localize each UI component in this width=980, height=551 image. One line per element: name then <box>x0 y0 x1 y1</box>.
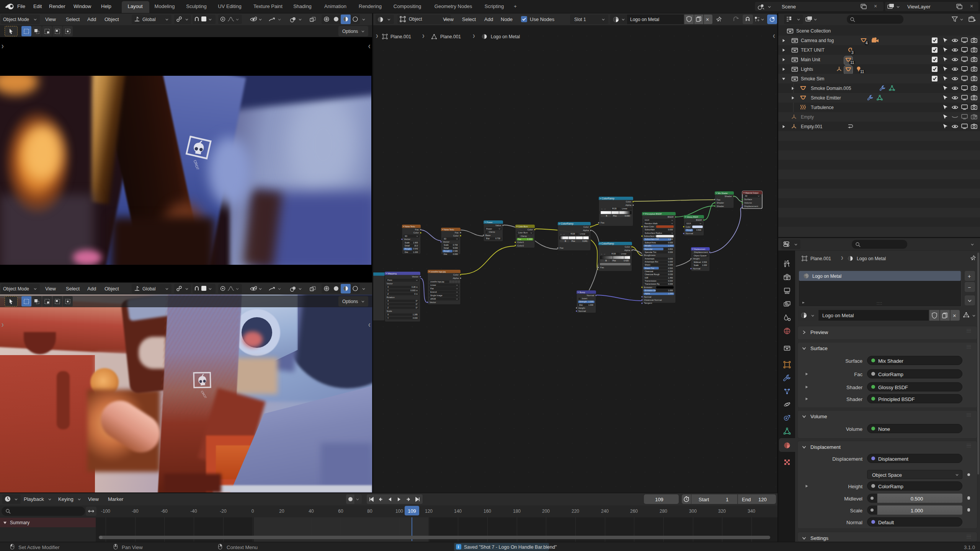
svg-text:Principled BSDF: Principled BSDF <box>645 213 662 215</box>
svg-text:0.000: 0.000 <box>668 228 673 231</box>
svg-text:Color: Color <box>453 235 459 237</box>
svg-text:Subsurf Anis: Subsurf Anis <box>645 241 656 244</box>
svg-text:Fac: Fac <box>600 266 604 269</box>
svg-text:Clearcoat: Clearcoat <box>645 270 653 272</box>
svg-text:Point: Point <box>387 279 392 281</box>
svg-text:1.450: 1.450 <box>668 277 673 279</box>
svg-text:1.000: 1.000 <box>668 245 673 247</box>
svg-text:0.000: 0.000 <box>668 280 673 282</box>
svg-text:Subsurface: Subsurface <box>645 228 655 231</box>
svg-text:Alpha: Alpha <box>624 249 630 251</box>
svg-text:0.700: 0.700 <box>453 244 458 246</box>
svg-text:Clamp: Clamp <box>489 231 495 233</box>
svg-text:Alpha: Alpha <box>645 292 650 295</box>
svg-text:4.000: 4.000 <box>413 317 418 319</box>
svg-text:Color: Color <box>413 231 419 234</box>
svg-text:0.000: 0.000 <box>668 283 673 285</box>
svg-text:Strength: Strength <box>579 300 587 303</box>
svg-text:0.241: 0.241 <box>582 240 587 242</box>
svg-text:Specular: Specular <box>645 248 653 250</box>
svg-text:Rough: Rough <box>686 229 692 231</box>
svg-text:Transmission Rg: Transmission Rg <box>645 283 660 285</box>
svg-text:1.000: 1.000 <box>702 264 707 266</box>
svg-text:Color: Color <box>625 246 630 248</box>
svg-text:0.000: 0.000 <box>625 215 630 217</box>
svg-text:0°: 0° <box>416 300 418 302</box>
svg-text:Emission: Emission <box>644 286 652 289</box>
svg-text:0.000: 0.000 <box>668 261 673 263</box>
svg-text:Y: Y <box>387 303 389 305</box>
svg-text:Color: Color <box>626 201 631 203</box>
svg-text:Volume: Volume <box>744 202 752 204</box>
svg-text:ColorRamp: ColorRamp <box>601 242 614 245</box>
svg-text:X: X <box>387 313 389 316</box>
svg-text:0°: 0° <box>416 303 418 305</box>
svg-text:Normal: Normal <box>578 310 586 312</box>
svg-text:Color Burn: Color Burn <box>518 231 528 234</box>
svg-text:3D: 3D <box>405 235 407 237</box>
svg-text:Vector: Vector <box>404 238 410 240</box>
svg-text:0.000: 0.000 <box>453 253 458 255</box>
svg-text:Scale: Scale <box>444 244 449 246</box>
svg-text:Linear: Linear <box>430 284 436 286</box>
svg-text:Object Space: Object Space <box>694 254 706 257</box>
svg-text:Fac: Fac <box>455 231 459 234</box>
svg-text:Metallic: Metallic <box>645 245 652 247</box>
svg-text:0.000: 0.000 <box>668 241 673 244</box>
svg-text:Normal: Normal <box>686 232 693 235</box>
svg-text:Rough: Rough <box>405 248 410 250</box>
svg-text:Vector: Vector <box>412 276 418 278</box>
svg-text:GGX: GGX <box>645 219 649 221</box>
svg-text:Subsurface Radius: Subsurface Radius <box>645 232 662 234</box>
svg-text:Color: Color <box>583 226 589 228</box>
svg-text:Invert: Invert <box>582 297 587 300</box>
svg-text:crossfire logo.jpg: crossfire logo.jpg <box>431 271 446 273</box>
svg-text:Y: Y <box>387 317 389 319</box>
svg-text:Vector: Vector <box>430 301 436 303</box>
svg-text:Detail: Detail <box>444 247 449 249</box>
svg-text:Mix Shader: Mix Shader <box>718 192 728 194</box>
svg-text:Scale: Scale <box>405 241 410 244</box>
svg-text:Color: Color <box>686 226 691 228</box>
svg-text:B: B <box>606 259 607 262</box>
svg-text:Sheen: Sheen <box>645 264 650 266</box>
svg-text:Shader: Shader <box>717 202 724 204</box>
svg-text:0.500: 0.500 <box>668 267 673 269</box>
svg-text:← →: ← → <box>560 233 565 235</box>
svg-text:Clamp: Clamp <box>521 235 527 237</box>
svg-text:Material Output: Material Output <box>745 192 759 194</box>
svg-text:Clearcoat Rough: Clearcoat Rough <box>645 273 660 276</box>
svg-text:1.900: 1.900 <box>413 241 418 244</box>
svg-text:Color2: Color2 <box>517 245 524 247</box>
svg-text:0°: 0° <box>416 306 418 309</box>
svg-text:0.500: 0.500 <box>696 229 701 231</box>
svg-text:X: X <box>387 300 389 302</box>
svg-text:BSDF: BSDF <box>668 216 674 218</box>
svg-text:Dist: Dist <box>444 253 447 255</box>
svg-text:Displacement: Displacement <box>694 251 708 253</box>
svg-text:0.500: 0.500 <box>702 261 707 263</box>
svg-text:0.000: 0.000 <box>668 264 673 266</box>
svg-text:RGB: RGB <box>611 253 616 255</box>
svg-text:Single Image: Single Image <box>430 294 442 297</box>
svg-text:Fac: Fac <box>717 199 720 201</box>
svg-text:Linear: Linear <box>580 233 586 235</box>
svg-text:Rough: Rough <box>444 250 449 252</box>
svg-text:1.285: 1.285 <box>413 313 418 316</box>
svg-text:Rotation: Rotation <box>387 296 395 298</box>
svg-text:3D: 3D <box>444 238 446 240</box>
svg-text:Scale: Scale <box>694 264 699 266</box>
svg-text:0.003 m: 0.003 m <box>410 289 418 292</box>
svg-text:Surface: Surface <box>744 198 752 201</box>
svg-text:Normal: Normal <box>693 267 700 270</box>
svg-text:Pos: Pos <box>612 259 616 262</box>
svg-text:1.200: 1.200 <box>413 251 418 253</box>
svg-text:1.000: 1.000 <box>588 304 593 306</box>
svg-text:1.000: 1.000 <box>668 292 673 295</box>
svg-text:0.543: 0.543 <box>413 248 418 250</box>
svg-text:Glossy BSDF: Glossy BSDF <box>687 216 698 218</box>
svg-text:← →: ← → <box>601 207 606 210</box>
svg-text:Flat: Flat <box>430 287 434 290</box>
svg-text:Subsurface Col: Subsurface Col <box>644 235 658 237</box>
svg-text:Displacement: Displacement <box>694 248 706 250</box>
